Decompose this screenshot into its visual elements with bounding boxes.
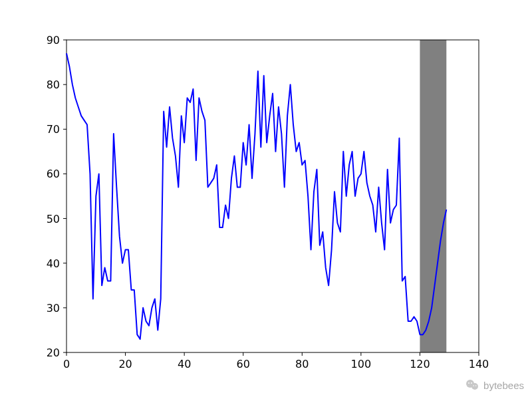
y-tick-label: 80 — [33, 78, 60, 91]
y-tick-label: 40 — [33, 257, 60, 269]
svg-point-20 — [473, 385, 475, 386]
plot-area — [0, 0, 532, 399]
y-tick-label: 60 — [33, 168, 60, 180]
x-tick-label: 0 — [63, 358, 70, 370]
x-tick-label: 40 — [178, 358, 191, 370]
x-tick-label: 120 — [410, 358, 430, 370]
svg-point-17 — [471, 383, 478, 390]
watermark: bytebees — [465, 378, 524, 392]
wechat-icon — [465, 378, 479, 392]
svg-point-18 — [468, 382, 469, 384]
x-tick-label: 60 — [237, 358, 250, 370]
x-tick-label: 140 — [469, 358, 489, 370]
x-tick-label: 80 — [295, 358, 309, 370]
y-tick-label: 90 — [33, 34, 60, 47]
watermark-text: bytebees — [483, 380, 524, 391]
svg-point-19 — [471, 382, 472, 384]
x-tick-label: 20 — [118, 358, 132, 370]
shaded-region — [420, 40, 446, 352]
y-tick-label: 70 — [33, 123, 60, 136]
x-tick-label: 100 — [351, 358, 372, 370]
svg-point-21 — [475, 385, 477, 386]
y-tick-label: 30 — [33, 301, 60, 314]
axes-frame — [66, 40, 479, 352]
data-line — [66, 53, 446, 339]
y-tick-label: 20 — [33, 346, 60, 359]
figure: 0204060801001201402030405060708090 byteb… — [0, 0, 532, 399]
y-tick-label: 50 — [33, 212, 60, 225]
